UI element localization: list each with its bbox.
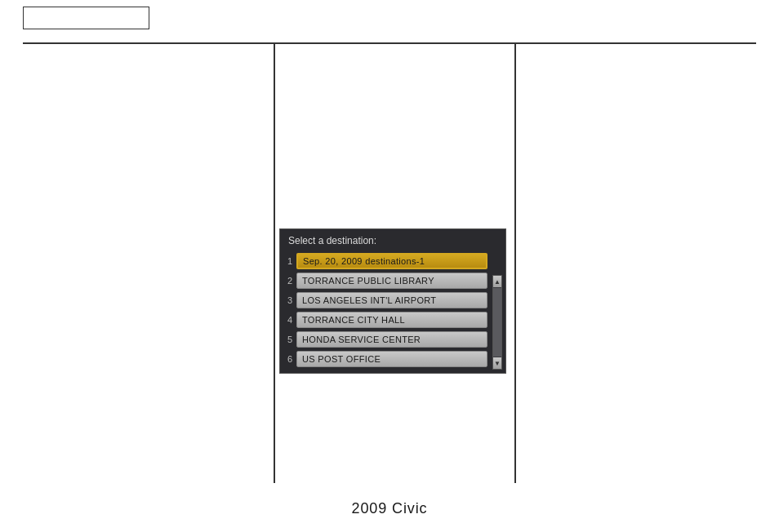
dest-number-5: 5 xyxy=(283,335,296,344)
dest-button-5[interactable]: HONDA SERVICE CENTER xyxy=(296,331,487,348)
footer-text: 2009 Civic xyxy=(0,500,779,517)
scroll-thumb xyxy=(493,288,501,357)
scrollbar[interactable]: ▲ ▼ xyxy=(492,275,502,370)
nav-screen-title: Select a destination: xyxy=(280,229,505,250)
left-vertical-divider xyxy=(274,42,275,483)
destination-item-1[interactable]: 1Sep. 20, 2009 destinations-1 xyxy=(283,252,487,270)
dest-number-4: 4 xyxy=(283,315,296,325)
dest-button-4[interactable]: TORRANCE CITY HALL xyxy=(296,312,487,328)
dest-number-6: 6 xyxy=(283,354,296,364)
destination-item-5[interactable]: 5HONDA SERVICE CENTER xyxy=(283,330,487,348)
top-left-box xyxy=(23,7,149,29)
dest-button-1[interactable]: Sep. 20, 2009 destinations-1 xyxy=(296,253,487,269)
destination-item-4[interactable]: 4TORRANCE CITY HALL xyxy=(283,311,487,329)
scroll-down-button[interactable]: ▼ xyxy=(493,357,501,369)
destination-item-6[interactable]: 6US POST OFFICE xyxy=(283,350,487,368)
nav-destination-screen: Select a destination: 1Sep. 20, 2009 des… xyxy=(279,228,506,374)
dest-button-6[interactable]: US POST OFFICE xyxy=(296,351,487,367)
dest-number-2: 2 xyxy=(283,276,296,286)
destination-list: 1Sep. 20, 2009 destinations-12TORRANCE P… xyxy=(280,252,505,373)
horizontal-divider xyxy=(23,42,756,44)
destination-item-2[interactable]: 2TORRANCE PUBLIC LIBRARY xyxy=(283,272,487,290)
right-vertical-divider xyxy=(514,42,516,483)
scroll-up-button[interactable]: ▲ xyxy=(493,276,501,287)
dest-number-3: 3 xyxy=(283,295,296,305)
dest-number-1: 1 xyxy=(283,256,296,266)
dest-button-2[interactable]: TORRANCE PUBLIC LIBRARY xyxy=(296,273,487,289)
dest-button-3[interactable]: LOS ANGELES INT'L AIRPORT xyxy=(296,292,487,308)
destination-item-3[interactable]: 3LOS ANGELES INT'L AIRPORT xyxy=(283,291,487,309)
